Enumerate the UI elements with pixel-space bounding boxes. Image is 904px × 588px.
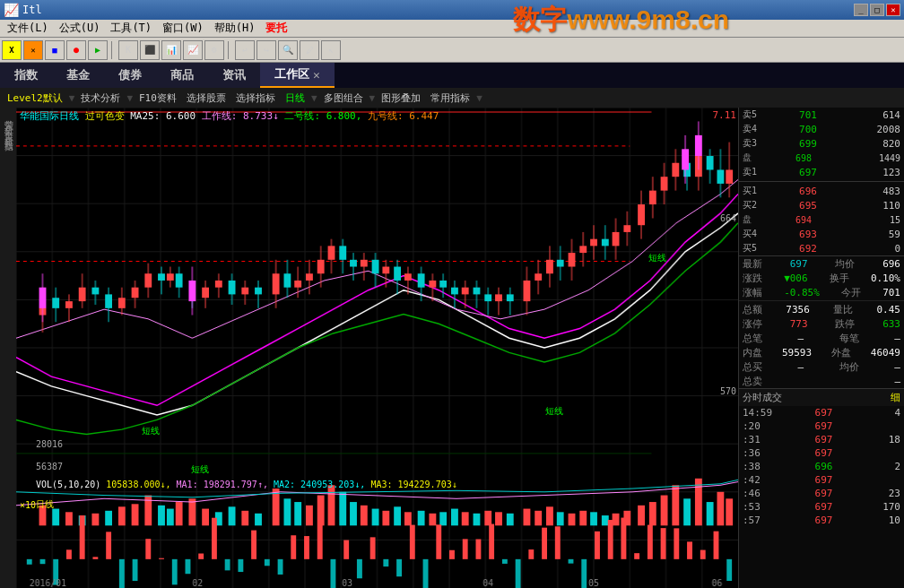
right-panel: 卖5 701 614 卖4 700 2008 卖3 699 820 盘 698 … bbox=[738, 108, 904, 588]
maximize-button[interactable]: □ bbox=[870, 4, 884, 16]
stat-buysell: 总买 — 均价 — bbox=[739, 359, 904, 374]
price-711: 7.11 bbox=[713, 109, 737, 121]
titlebar: 📈 Itl _ □ ✕ bbox=[0, 0, 904, 20]
tb-btn-11[interactable]: ↩ bbox=[235, 40, 255, 60]
sl-label-3: 全市 bbox=[0, 122, 16, 125]
ob-buy-5: 买5 692 0 bbox=[739, 241, 904, 255]
minimize-button[interactable]: _ bbox=[854, 4, 868, 16]
tab-news[interactable]: 资讯 bbox=[208, 63, 260, 88]
tb2-select-indicator[interactable]: 选择指标 bbox=[232, 91, 279, 106]
tb2-multi-chart[interactable]: 多图组合 bbox=[320, 91, 367, 106]
tab-funds[interactable]: 基金 bbox=[52, 63, 104, 88]
stats-panel: 最新 697 均价 696 涨跌 ▼006 换手 0.10% 涨幅 -0.85%… bbox=[739, 255, 904, 388]
menu-extra[interactable]: 要托 bbox=[260, 20, 292, 37]
short-line-3: 短线 bbox=[545, 405, 563, 418]
window-controls: _ □ ✕ bbox=[854, 4, 900, 16]
chart-line2: 二号线: 6.800, bbox=[284, 110, 368, 122]
ts-row-5: :42 697 bbox=[739, 473, 904, 487]
tab-bonds[interactable]: 债券 bbox=[104, 63, 156, 88]
stat-change: 涨跌 ▼006 换手 0.10% bbox=[739, 271, 904, 285]
tb-btn-9[interactable]: 📈 bbox=[183, 40, 203, 60]
vol-label: VOL(5,10,20) 105838.000↓, MA1: 198291.79… bbox=[36, 480, 457, 489]
window-title: Itl bbox=[22, 4, 42, 16]
tb-btn-5[interactable]: ▶ bbox=[88, 40, 108, 60]
stats-sep-1 bbox=[739, 300, 904, 301]
chart-canvas[interactable] bbox=[16, 108, 738, 588]
period-bottom: 日线 bbox=[36, 498, 54, 511]
tb2-select-stock[interactable]: 选择股票 bbox=[183, 91, 230, 106]
ts-row-8: :57 697 10 bbox=[739, 514, 904, 527]
sl-label-2: 分析 bbox=[0, 117, 16, 120]
tb-btn-13[interactable]: 🔍 bbox=[278, 40, 298, 60]
tb-btn-1[interactable]: X bbox=[2, 40, 22, 60]
tb-btn-8[interactable]: 📊 bbox=[161, 40, 181, 60]
tabbar: 指数 基金 债券 商品 资讯 工作区✕ bbox=[0, 63, 904, 88]
close-button[interactable]: ✕ bbox=[886, 4, 900, 16]
tab-workspace[interactable]: 工作区✕ bbox=[260, 63, 335, 88]
tb-btn-14[interactable]: 🖊 bbox=[300, 40, 319, 60]
cursor-icon[interactable]: ↖ bbox=[321, 40, 341, 60]
tab-indicators[interactable]: 指数 bbox=[0, 63, 52, 88]
menu-help[interactable]: 帮助(H) bbox=[209, 20, 261, 37]
tb-btn-2[interactable]: ✕ bbox=[23, 40, 43, 60]
ts-row-1: :20 697 bbox=[739, 419, 904, 433]
menu-file[interactable]: 文件(L) bbox=[2, 20, 54, 37]
toolbar2: Level2默认 ▼ 技术分析 ▼ F10资料 选择股票 选择指标 日线 ▼ 多… bbox=[0, 88, 904, 108]
toolbar-sep-2 bbox=[228, 41, 231, 59]
tb2-tech[interactable]: 技术分析 bbox=[77, 91, 124, 106]
stat-sell2: 总卖 — bbox=[739, 374, 904, 388]
tab-commodities[interactable]: 商品 bbox=[156, 63, 208, 88]
tb-btn-7[interactable]: ⬛ bbox=[140, 40, 160, 60]
chart-area[interactable]: 华能国际日线 过可色变 MA25: 6.600 工作线: 8.733↓ 二号线:… bbox=[16, 108, 738, 588]
menu-formula[interactable]: 公式(U) bbox=[54, 20, 106, 37]
sl-label-1: 荣誉 bbox=[0, 111, 16, 115]
ob-buy-1: 买1 696 483 bbox=[739, 184, 904, 198]
ob-pan-sell: 盘 698 1449 bbox=[739, 151, 904, 165]
ob-pan-buy: 盘 694 15 bbox=[739, 212, 904, 227]
menu-tools[interactable]: 工具(T) bbox=[105, 20, 157, 37]
x10-label: ×10 bbox=[20, 500, 36, 510]
chart-line9: 九号线: 6.447 bbox=[368, 110, 439, 122]
chart-ma25: MA25: 6.600 bbox=[130, 110, 202, 122]
tb2-level2[interactable]: Level2默认 bbox=[4, 91, 66, 106]
ob-buy-2: 买2 695 110 bbox=[739, 198, 904, 212]
chart-color-change: 过可色变 bbox=[85, 110, 131, 122]
ob-divider bbox=[739, 181, 904, 182]
tb2-common[interactable]: 常用指标 bbox=[427, 91, 474, 106]
ob-sell-3: 卖3 699 820 bbox=[739, 136, 904, 151]
price-664: 664 bbox=[720, 213, 736, 223]
short-line-right: 短线 bbox=[648, 252, 666, 264]
main-area: 荣誉 分析 全市 分析 股指 华能国际日线 过可色变 MA25: 6.600 工… bbox=[0, 108, 904, 588]
chart-symbol: 华能国际日线 bbox=[20, 110, 85, 122]
tb-btn-12[interactable]: ↪ bbox=[256, 40, 276, 60]
stat-inout: 内盘 59593 外盘 46049 bbox=[739, 345, 904, 359]
menu-window[interactable]: 窗口(W) bbox=[157, 20, 209, 37]
sl-label-4: 分析 bbox=[0, 127, 16, 131]
menubar: 文件(L) 公式(U) 工具(T) 窗口(W) 帮助(H) 要托 bbox=[0, 20, 904, 38]
ts-row-0: 14:59 697 4 bbox=[739, 406, 904, 419]
orderbook: 卖5 701 614 卖4 700 2008 卖3 699 820 盘 698 … bbox=[739, 108, 904, 255]
chart-info: 华能国际日线 过可色变 MA25: 6.600 工作线: 8.733↓ 二号线:… bbox=[20, 109, 439, 123]
toolbar: X ✕ ■ ● ▶ K ⬛ 📊 📈 ⚙ ↩ ↪ 🔍 🖊 ↖ bbox=[0, 38, 904, 63]
app-icon: 📈 bbox=[4, 3, 19, 17]
tb-btn-6[interactable]: K bbox=[118, 40, 138, 60]
tb-btn-3[interactable]: ■ bbox=[45, 40, 65, 60]
watermark: 数字www.9m8.cn bbox=[513, 2, 729, 39]
stat-latest: 最新 697 均价 696 bbox=[739, 256, 904, 271]
stat-limit: 涨停 773 跌停 633 bbox=[739, 316, 904, 331]
short-line-1: 短线 bbox=[142, 425, 160, 437]
tb2-overlay[interactable]: 图形叠加 bbox=[378, 91, 424, 106]
sl-label-5: 股指 bbox=[0, 133, 16, 136]
stat-pct: 涨幅 -0.85% 今开 701 bbox=[739, 285, 904, 299]
tb2-f10[interactable]: F10资料 bbox=[135, 91, 180, 106]
tb-btn-4[interactable]: ● bbox=[66, 40, 86, 60]
tab-close-icon[interactable]: ✕ bbox=[313, 68, 320, 82]
ts-header: 分时成交 细 bbox=[739, 389, 904, 406]
tb-btn-10[interactable]: ⚙ bbox=[204, 40, 224, 60]
vol-56387: 56387 bbox=[36, 462, 63, 471]
ts-row-6: :46 697 23 bbox=[739, 487, 904, 500]
tb2-daily[interactable]: 日线 bbox=[282, 91, 309, 106]
chart-working: 工作线: 8.733↓ bbox=[202, 110, 285, 122]
vol-28016: 28016 bbox=[36, 439, 63, 449]
ob-buy-4: 买4 693 59 bbox=[739, 227, 904, 241]
